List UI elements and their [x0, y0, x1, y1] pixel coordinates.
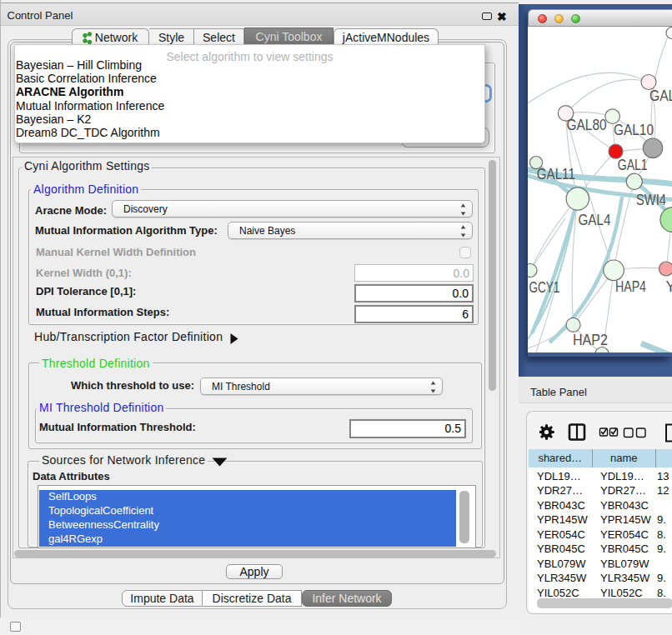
svg-text:GAL10: GAL10: [614, 122, 654, 138]
svg-text:GAL7: GAL7: [649, 88, 672, 104]
svg-text:GAL80: GAL80: [567, 117, 607, 133]
svg-text:GAL4: GAL4: [579, 212, 611, 228]
svg-text:SWI4: SWI4: [636, 192, 666, 208]
svg-text:HAP2: HAP2: [573, 332, 608, 348]
svg-text:GAL1: GAL1: [618, 157, 648, 173]
svg-text:Y: Y: [666, 278, 672, 295]
svg-text:GCY1: GCY1: [529, 279, 559, 296]
svg-text:HAP4: HAP4: [615, 278, 646, 295]
svg-text:GAL11: GAL11: [537, 166, 575, 182]
